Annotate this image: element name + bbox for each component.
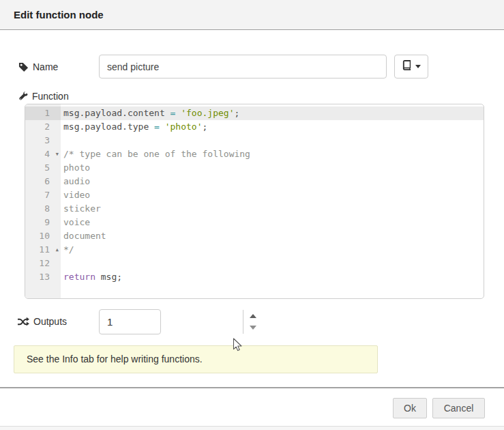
function-label-text: Function [32, 91, 69, 102]
edit-function-node-dialog: Edit function node Name Function 1msg.pa… [0, 0, 504, 430]
code-text: msg.payload.content = 'foo.jpeg'; [61, 106, 484, 120]
code-line[interactable]: 10document [25, 229, 484, 243]
function-field-label: Function [18, 90, 69, 102]
code-line[interactable]: 3 [25, 134, 484, 147]
outputs-input[interactable] [100, 310, 243, 334]
code-text: */ [61, 243, 484, 257]
line-number: 2 [25, 120, 61, 134]
code-text: document [61, 229, 484, 243]
code-line[interactable]: 11▴*/ [25, 243, 484, 257]
code-text: return msg; [61, 270, 484, 284]
footer-divider [0, 387, 504, 388]
line-number: 6 [25, 175, 61, 188]
name-field-label: Name [18, 61, 58, 73]
line-number: 4▾ [25, 147, 61, 161]
outputs-spinner [99, 309, 161, 334]
line-number: 1 [25, 106, 61, 120]
line-number: 13 [25, 270, 61, 284]
code-line[interactable]: 9voice [25, 216, 484, 229]
line-number: 7 [25, 188, 61, 202]
code-text [61, 257, 484, 270]
code-text [61, 134, 484, 147]
shuffle-icon [18, 317, 29, 326]
code-line[interactable]: 12 [25, 257, 484, 270]
line-number: 8 [25, 202, 61, 216]
name-label-text: Name [33, 61, 58, 72]
code-text: /* type can be one of the following [61, 147, 484, 161]
code-text: video [61, 188, 484, 202]
line-number: 12 [25, 257, 61, 270]
spinner-buttons [243, 310, 263, 334]
code-lines: 1msg.payload.content = 'foo.jpeg';2msg.p… [25, 106, 484, 284]
arrow-up-icon [250, 314, 256, 318]
code-line[interactable]: 6audio [25, 175, 484, 188]
code-text: voice [61, 216, 484, 229]
fold-close-icon[interactable]: ▴ [55, 243, 59, 257]
outputs-field-label: Outputs [18, 315, 67, 328]
spinner-up-button[interactable] [243, 310, 263, 322]
library-menu-button[interactable] [394, 55, 428, 78]
dialog-header: Edit function node [0, 0, 504, 30]
caret-down-icon [415, 65, 421, 68]
book-icon [402, 60, 412, 73]
code-line[interactable]: 5photo [25, 161, 484, 175]
code-line[interactable]: 8sticker [25, 202, 484, 216]
wrench-icon [18, 91, 28, 101]
spinner-down-button[interactable] [243, 322, 263, 334]
code-text: msg.payload.type = 'photo'; [61, 120, 484, 134]
fold-open-icon[interactable]: ▾ [55, 147, 59, 161]
code-text: audio [61, 175, 484, 188]
code-line[interactable]: 4▾/* type can be one of the following [25, 147, 484, 161]
code-line[interactable]: 7video [25, 188, 484, 202]
tag-icon [18, 62, 29, 72]
outputs-label-text: Outputs [33, 316, 67, 327]
code-line[interactable]: 2msg.payload.type = 'photo'; [25, 120, 484, 134]
code-text: photo [61, 161, 484, 175]
code-line[interactable]: 13return msg; [25, 270, 484, 284]
workspace-edge [0, 426, 504, 430]
form-tip: See the Info tab for help writing functi… [14, 345, 378, 373]
line-number: 3 [25, 134, 61, 147]
function-code-editor[interactable]: 1msg.payload.content = 'foo.jpeg';2msg.p… [25, 104, 484, 299]
tip-text: See the Info tab for help writing functi… [27, 354, 203, 364]
line-number: 10 [25, 229, 61, 243]
line-number: 9 [25, 216, 61, 229]
code-text: sticker [61, 202, 484, 216]
code-line[interactable]: 1msg.payload.content = 'foo.jpeg'; [25, 106, 484, 120]
arrow-down-icon [250, 326, 256, 330]
dialog-title: Edit function node [14, 0, 104, 29]
line-number: 11▴ [25, 243, 61, 257]
name-input[interactable] [99, 55, 387, 78]
ok-button[interactable]: Ok [393, 398, 427, 418]
cancel-button[interactable]: Cancel [432, 398, 485, 418]
line-number: 5 [25, 161, 61, 175]
